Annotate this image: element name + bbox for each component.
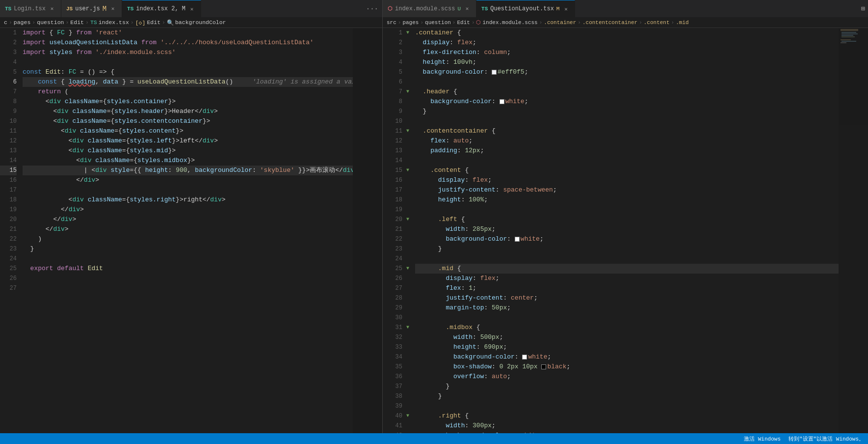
ts-icon-index: TS: [127, 6, 133, 12]
code-line: import useLoadQuestionListData from '../…: [23, 38, 353, 48]
scss-line: width: 300px;: [415, 421, 839, 431]
code-line: [23, 274, 353, 283]
scss-line: [415, 156, 839, 166]
scss-line: }: [415, 244, 839, 254]
left-code-lines: import { FC } from 'react' import useLoa…: [21, 28, 353, 433]
tab-bar-overflow[interactable]: ···: [362, 5, 382, 13]
code-line: import styles from './index.module.scss': [23, 48, 353, 57]
scss-line: height: 100vh;: [415, 57, 839, 67]
scss-line: [415, 116, 839, 126]
scss-line: padding: 12px;: [415, 146, 839, 156]
code-line-error: const { loading, data } = useLoadQuestio…: [23, 77, 353, 87]
scss-line: justify-content: space-between;: [415, 185, 839, 195]
left-line-numbers: 1 2 3 4 5 6 7 8 9 10 11 12 13 14 15 16 1: [0, 28, 21, 433]
tab-module-scss[interactable]: ⬡ index.module.scss U ✕: [383, 0, 476, 17]
editor-settings-icon[interactable]: ⊞: [858, 4, 868, 13]
scss-line: background-color: white;: [415, 97, 839, 107]
left-minimap: [353, 28, 382, 433]
right-minimap: [839, 28, 868, 433]
scss-line: [415, 205, 839, 215]
left-tab-bar: TS Login.tsx ✕ JS user.js M ✕ TS index.t…: [0, 0, 382, 17]
tab-scss-indicator: U: [457, 6, 461, 12]
left-code-area: 1 2 3 4 5 6 7 8 9 10 11 12 13 14 15 16 1: [0, 28, 382, 433]
scss-line: flex: auto;: [415, 136, 839, 146]
scss-line: }: [415, 382, 839, 391]
code-line: const Edit: FC = () => {: [23, 67, 353, 77]
code-line: <div className={styles.header}>Header</d…: [23, 107, 353, 116]
scss-line: background-color: white;: [415, 234, 839, 244]
scss-line: [415, 313, 839, 323]
scss-line: background-color: white;: [415, 352, 839, 362]
code-line: <div className={styles.container}>: [23, 97, 353, 107]
scss-line: .header {: [415, 87, 839, 97]
ts-icon-login: TS: [5, 6, 11, 12]
tab-ql-close[interactable]: ✕: [562, 5, 570, 13]
scss-line: box-shadow: 0 2px 10px black;: [415, 362, 839, 372]
code-line: <div className={styles.mid}>: [23, 146, 353, 156]
tab-login-close[interactable]: ✕: [48, 5, 56, 13]
right-line-numbers: 1 2 3 4 5 6 7 8 9 10 11 12 13 14 15 16 1: [383, 28, 406, 433]
left-editor-pane: TS Login.tsx ✕ JS user.js M ✕ TS index.t…: [0, 0, 383, 433]
code-line: [23, 57, 353, 67]
scss-line: background-color: #eff0f5;: [415, 67, 839, 77]
scss-line: height: 100%;: [415, 195, 839, 205]
scss-line: flex: 1;: [415, 283, 839, 293]
tab-index-label: index.tsx 2, M: [136, 5, 185, 12]
scss-line: width: 500px;: [415, 333, 839, 342]
scss-line-active: .mid {: [415, 264, 839, 274]
code-line: <div className={styles.right}>right</div…: [23, 195, 353, 205]
scss-line: overflow: auto;: [415, 372, 839, 382]
scss-line: .right {: [415, 411, 839, 421]
left-breadcrumb: c › pages › question › Edit › TS index.t…: [0, 17, 382, 28]
code-line: }: [23, 244, 353, 254]
right-code-area: 1 2 3 4 5 6 7 8 9 10 11 12 13 14 15 16 1: [383, 28, 868, 433]
scss-line: [415, 401, 839, 411]
code-line: <div className={styles.contentcontainer}…: [23, 116, 353, 126]
scss-line: .left {: [415, 215, 839, 224]
scss-line: .container {: [415, 28, 839, 38]
code-line: [23, 185, 353, 195]
code-line: <div className={styles.midbox}>: [23, 156, 353, 166]
right-breadcrumb: src › pages › question › Edit › ⬡ index.…: [383, 17, 868, 28]
scss-icon: ⬡: [388, 5, 393, 12]
tab-index[interactable]: TS index.tsx 2, M ✕: [122, 0, 201, 17]
scss-line: height: 690px;: [415, 342, 839, 352]
code-line-highlighted: | <div style={{ height: 900, backgroundC…: [23, 166, 353, 175]
right-code-lines: .container { display: flex; flex-directi…: [413, 28, 839, 433]
scss-line: }: [415, 391, 839, 401]
scss-line: flex-direction: column;: [415, 48, 839, 57]
code-line: [23, 283, 353, 293]
activate-sub-text[interactable]: 转到"设置"以激活 Windows。: [789, 435, 864, 443]
code-line: <div className={styles.content}>: [23, 126, 353, 136]
code-line: export default Edit: [23, 264, 353, 274]
tab-user[interactable]: JS user.js M ✕: [61, 0, 122, 17]
js-icon-user: JS: [66, 6, 73, 12]
right-tab-bar: ⬡ index.module.scss U ✕ TS QuestionLayou…: [383, 0, 868, 17]
tab-ql-label: QuestionLayout.tsx: [490, 5, 554, 12]
tab-question-layout[interactable]: TS QuestionLayout.tsx M ✕: [476, 0, 575, 17]
tab-user-label: user.js: [75, 5, 100, 12]
ts-icon-ql: TS: [481, 6, 488, 12]
scss-line: width: 285px;: [415, 224, 839, 234]
tab-login[interactable]: TS Login.tsx ✕: [0, 0, 61, 17]
right-fold-col: ▼ ▼ ▼ ▼: [406, 28, 413, 433]
tab-ql-indicator: M: [556, 6, 560, 12]
code-line: import { FC } from 'react': [23, 28, 353, 38]
scss-line: }: [415, 107, 839, 116]
scss-line: .midbox {: [415, 323, 839, 333]
tab-scss-label: index.module.scss: [395, 5, 455, 12]
code-line: <div className={styles.left}>left</div>: [23, 136, 353, 146]
tab-user-modified: M: [103, 5, 106, 12]
scss-line: justify-content: center;: [415, 293, 839, 303]
scss-line: [415, 77, 839, 87]
scss-line: margin-top: 50px;: [415, 303, 839, 313]
tab-index-close[interactable]: ✕: [188, 5, 196, 13]
scss-line: display: flex;: [415, 274, 839, 283]
code-line: </div>: [23, 205, 353, 215]
activate-windows-text[interactable]: 激活 Windows: [744, 435, 781, 443]
tab-scss-close[interactable]: ✕: [463, 5, 471, 13]
code-line: [23, 254, 353, 264]
editor-root: TS Login.tsx ✕ JS user.js M ✕ TS index.t…: [0, 0, 868, 444]
code-line: ): [23, 234, 353, 244]
tab-user-close[interactable]: ✕: [109, 5, 117, 13]
